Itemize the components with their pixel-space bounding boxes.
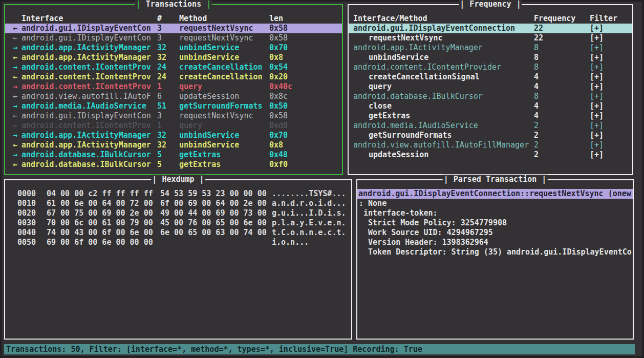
frequency-interface-name: android.database.IBulkCursor: [353, 92, 534, 101]
transaction-row[interactable]: →android.media.IAudioService51getSurroun…: [5, 101, 342, 111]
transaction-code: 32: [157, 140, 179, 150]
transaction-row[interactable]: ←android.database.IBulkCursor5getExtras0…: [5, 160, 342, 170]
frequency-row[interactable]: android.view.autofill.IAutoFillManager2[…: [349, 140, 632, 150]
transaction-row[interactable]: ←android.content.IContentProv1query0xd0: [5, 121, 342, 131]
transaction-length: 0x70: [269, 43, 342, 53]
transaction-row[interactable]: ←android.app.IActivityManager32unbindSer…: [5, 140, 342, 150]
frequency-row[interactable]: android.content.IContentProvider8[+]: [349, 62, 632, 72]
filter-add-button[interactable]: [+]: [590, 150, 632, 160]
filter-add-button[interactable]: [+]: [590, 101, 632, 111]
transaction-row[interactable]: ←android.app.IActivityManager32unbindSer…: [5, 53, 342, 62]
filter-add-button[interactable]: [+]: [590, 111, 632, 121]
filter-add-button[interactable]: [+]: [590, 43, 632, 53]
transaction-method: unbindService: [179, 140, 269, 150]
transaction-method: requestNextVsync: [179, 33, 269, 43]
transaction-length: 0x58: [269, 33, 342, 43]
transaction-method: updateSession: [179, 92, 269, 101]
transaction-interface: android.database.IBulkCursor: [22, 160, 157, 170]
hexdump-address: 0030: [17, 218, 47, 228]
frequency-row[interactable]: query4[+]: [349, 82, 632, 92]
transaction-code: 3: [157, 111, 179, 121]
transaction-row[interactable]: →android.content.IContentProv1query0x40c: [5, 82, 342, 92]
transaction-row[interactable]: →android.app.IActivityManager32unbindSer…: [5, 131, 342, 140]
transaction-interface: android.gui.IDisplayEventCon: [22, 33, 157, 43]
frequency-row[interactable]: getExtras4[+]: [349, 111, 632, 121]
filter-add-button[interactable]: [+]: [590, 24, 632, 33]
frequency-count: 4: [534, 72, 590, 82]
frequency-count: 4: [534, 101, 590, 111]
frequency-count: 8: [534, 43, 590, 53]
filter-add-button[interactable]: [+]: [590, 62, 632, 72]
frequency-row[interactable]: close4[+]: [349, 101, 632, 111]
parsed-line: interface-token:: [357, 208, 633, 218]
hexdump-ascii: p.l.a.y.E.v.e.n.: [272, 218, 351, 228]
transaction-interface: android.view.autofill.IAutoF: [22, 92, 157, 101]
transaction-row[interactable]: ←android.gui.IDisplayEventCon3requestNex…: [5, 33, 342, 43]
transaction-method: unbindService: [179, 53, 269, 62]
frequency-row[interactable]: getSurroundFormats2[+]: [349, 131, 632, 140]
transaction-length: 0x8: [269, 53, 342, 62]
parsed-line: Work Source UID: 4294967295: [357, 228, 633, 238]
direction-arrow-icon: ←: [13, 53, 22, 62]
transaction-row[interactable]: ←android.gui.IDisplayEventCon3requestNex…: [5, 24, 342, 33]
transaction-interface: android.gui.IDisplayEventCon: [22, 111, 157, 121]
transaction-row[interactable]: →android.app.IActivityManager32unbindSer…: [5, 43, 342, 53]
hexdump-ascii: g.u.i...I.D.i.s.: [272, 208, 351, 218]
filter-add-button[interactable]: [+]: [590, 121, 632, 131]
transaction-length: 0x8c: [269, 92, 342, 101]
frequency-interface-name: android.content.IContentProvider: [353, 62, 534, 72]
hexdump-bytes-group1: 74 00 43 00 6f 00 6e 00: [47, 228, 160, 238]
hexdump-ascii: a.n.d.r.o.i.d...: [272, 199, 351, 208]
filter-add-button[interactable]: [+]: [590, 33, 632, 43]
frequency-count: 4: [534, 82, 590, 92]
parsed-line: : None: [357, 199, 633, 208]
hexdump-bytes-group1: 67 00 75 00 69 00 2e 00: [47, 208, 160, 218]
filter-add-button[interactable]: [+]: [590, 140, 632, 150]
col-count: #: [157, 14, 179, 24]
hexdump-row: 004074 00 43 00 6f 00 6e 006e 00 65 00 6…: [5, 228, 351, 238]
frequency-body: Interface/Method Frequency Filter androi…: [349, 5, 632, 174]
filter-add-button[interactable]: [+]: [590, 92, 632, 101]
transaction-row[interactable]: ←android.content.IContentProv24createCan…: [5, 72, 342, 82]
frequency-row[interactable]: createCancellationSignal4[+]: [349, 72, 632, 82]
filter-add-button[interactable]: [+]: [590, 72, 632, 82]
filter-add-button[interactable]: [+]: [590, 131, 632, 140]
frequency-row[interactable]: android.media.IAudioService2[+]: [349, 121, 632, 131]
frequency-row[interactable]: requestNextVsync22[+]: [349, 33, 632, 43]
parsed-selected-line[interactable]: android.gui.IDisplayEventConnection::req…: [357, 189, 633, 199]
filter-add-button[interactable]: [+]: [590, 82, 632, 92]
parsed-lines: : None interface-token: Strict Mode Poli…: [357, 199, 633, 257]
transaction-code: 5: [157, 150, 179, 160]
frequency-interface-name: android.gui.IDisplayEventConnection: [353, 24, 534, 33]
hexdump-row: 003070 00 6c 00 61 00 79 0045 00 76 00 6…: [5, 218, 351, 228]
direction-arrow-icon: ←: [13, 33, 22, 43]
parsed-line: Strict Mode Policy: 3254779908: [357, 218, 633, 228]
direction-arrow-icon: ←: [13, 121, 22, 131]
frequency-row[interactable]: android.gui.IDisplayEventConnection22[+]: [349, 24, 632, 33]
transaction-method: getSurroundFormats: [179, 101, 269, 111]
frequency-method-name: getSurroundFormats: [353, 131, 534, 140]
transaction-row[interactable]: ←android.view.autofill.IAutoF6updateSess…: [5, 92, 342, 101]
transaction-method: getExtras: [179, 150, 269, 160]
transaction-row[interactable]: ←android.gui.IDisplayEventCon3requestNex…: [5, 111, 342, 121]
direction-arrow-icon: →: [13, 131, 22, 140]
frequency-row[interactable]: android.app.IActivityManager8[+]: [349, 43, 632, 53]
transaction-row[interactable]: →android.database.IBulkCursor5getExtras0…: [5, 150, 342, 160]
transaction-row[interactable]: →android.content.IContentProv24createCan…: [5, 62, 342, 72]
col-len: len: [269, 14, 342, 24]
direction-arrow-icon: →: [13, 150, 22, 160]
transaction-method: query: [179, 121, 269, 131]
hexdump-bytes-group2: 49 00 44 00 69 00 73 00: [160, 208, 272, 218]
frequency-row[interactable]: android.database.IBulkCursor8[+]: [349, 92, 632, 101]
direction-arrow-icon: ←: [13, 72, 22, 82]
filter-add-button[interactable]: [+]: [590, 53, 632, 62]
hexdump-address: 0000: [17, 189, 47, 199]
transaction-code: 32: [157, 43, 179, 53]
frequency-row[interactable]: unbindService8[+]: [349, 53, 632, 62]
frequency-interface-name: android.view.autofill.IAutoFillManager: [353, 140, 534, 150]
transactions-panel: |Transactions| Interface # Method len ←a…: [4, 4, 343, 175]
header-arrow-spacer: [13, 14, 22, 24]
frequency-row[interactable]: updateSession2[+]: [349, 150, 632, 160]
transaction-code: 1: [157, 121, 179, 131]
status-bar: Transactions: 50, Filter: [interface=*, …: [4, 344, 635, 354]
